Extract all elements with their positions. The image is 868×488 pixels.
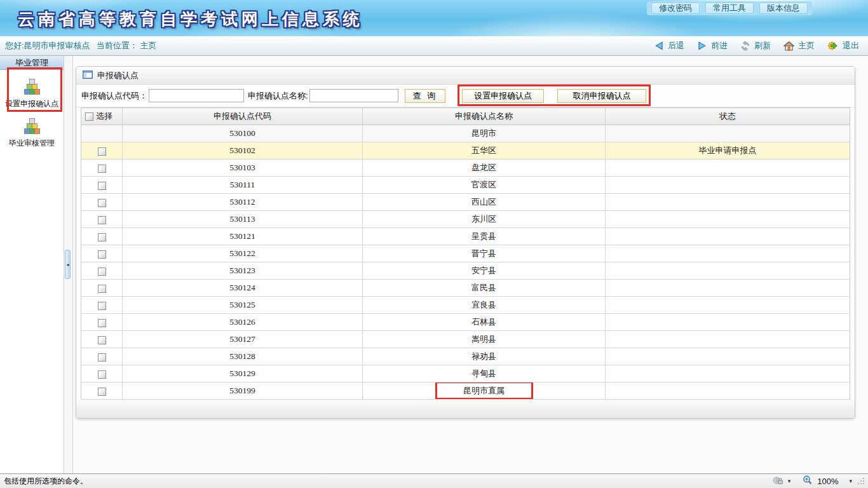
sidebar-item-label: 毕业审核管理 [9,138,55,149]
row-checkbox[interactable] [98,268,106,276]
row-checkbox[interactable] [98,199,106,207]
cell-code: 530124 [123,280,363,297]
cell-status [606,211,850,228]
table-row: 530126石林县 [81,314,850,331]
table-row: 530102五华区毕业申请申报点 [81,142,850,159]
row-checkbox[interactable] [98,233,106,241]
version-info-button[interactable]: 版本信息 [759,3,808,14]
cell-name: 禄劝县 [363,348,606,365]
cell-status [606,365,850,383]
zoom-level[interactable]: 100% [817,477,838,486]
status-bar-controls: ▾ 100% ▾ [773,475,865,487]
table-row: 530112西山区 [81,194,850,211]
action-button-group: 设置申报确认点 取消申报确认点 [462,89,646,103]
change-password-button[interactable]: 修改密码 [651,3,700,14]
cell-select [81,125,123,142]
cell-select [81,348,123,365]
zoom-magnifier-icon[interactable] [803,475,813,487]
navbar-status: 您好:昆明市申报审核点 当前位置： 主页 [5,40,156,51]
greeting-text: 您好:昆明市申报审核点 [5,40,90,51]
code-input[interactable] [149,89,244,102]
code-label: 申报确认点代码： [81,90,147,102]
table-row: 530128禄劝县 [81,348,850,365]
row-checkbox[interactable] [98,319,106,327]
row-checkbox[interactable] [98,165,106,173]
exit-label: 退出 [843,40,859,51]
refresh-icon [740,41,750,51]
home-button[interactable]: 主页 [783,40,815,51]
header-code: 申报确认点代码 [123,108,363,125]
cell-code: 530102 [123,142,363,159]
query-button[interactable]: 查 询 [405,89,446,103]
row-checkbox[interactable] [98,302,106,310]
sidebar-item-graduation-review[interactable]: 毕业审核管理 [0,109,64,149]
table-row: 530129寻甸县 [81,365,850,383]
banner-button-strip: 修改密码 常用工具 版本信息 [647,1,812,15]
cell-name: 东川区 [363,211,606,228]
name-input[interactable] [309,89,398,102]
cell-status [606,125,850,142]
cell-name: 寻甸县 [363,365,606,383]
cell-code: 530127 [123,331,363,348]
cell-name: 安宁县 [363,262,606,280]
confirmation-point-panel: 申报确认点 申报确认点代码： 申报确认点名称: 查 询 设置申报确认点 取消申报… [76,66,855,419]
cell-code: 530100 [123,125,363,142]
cell-select [81,245,123,262]
cell-status [606,331,850,348]
cell-name: 官渡区 [363,177,606,194]
cell-select [81,383,123,400]
cell-status [606,194,850,211]
table-row: 530123安宁县 [81,262,850,280]
cell-status [606,177,850,194]
cell-select [81,297,123,314]
row-checkbox[interactable] [98,353,106,362]
row-checkbox[interactable] [98,336,106,344]
cell-code: 530123 [123,262,363,280]
security-dropdown-icon[interactable]: ▾ [788,478,791,484]
cell-code: 530125 [123,297,363,314]
security-zone-icon[interactable] [773,476,783,487]
cell-code: 530121 [123,228,363,245]
cell-select [81,314,123,331]
navbar: 您好:昆明市申报审核点 当前位置： 主页 后退 前进 刷新 主页 退出 [0,36,868,56]
status-bar: 包括使用所选项的命令。 ▾ 100% ▾ [0,473,868,488]
home-label: 主页 [798,40,815,51]
set-confirmation-point-button[interactable]: 设置申报确认点 [462,89,544,103]
cell-name: 石林县 [363,314,606,331]
cell-code: 530113 [123,211,363,228]
navbar-buttons: 后退 前进 刷新 主页 退出 [654,40,859,51]
common-tools-button[interactable]: 常用工具 [705,3,754,14]
row-checkbox[interactable] [98,250,106,259]
row-checkbox[interactable] [98,370,106,379]
sidebar-item-set-confirmation-point[interactable]: 设置申报确认点 [0,70,64,109]
confirmation-point-table: 选择 申报确认点代码 申报确认点名称 状态 530100昆明市530102五华区… [81,107,850,400]
row-checkbox[interactable] [98,147,106,156]
resize-grip[interactable] [863,483,864,484]
forward-button[interactable]: 前进 [697,40,728,51]
row-checkbox[interactable] [98,388,106,396]
table-row: 530127嵩明县 [81,331,850,348]
table-row: 530103盘龙区 [81,159,850,177]
forward-label: 前进 [711,40,728,51]
row-checkbox[interactable] [98,182,106,190]
refresh-button[interactable]: 刷新 [740,40,771,51]
table-row: 530125宜良县 [81,297,850,314]
cell-status [606,383,850,400]
zoom-dropdown-icon[interactable]: ▾ [849,478,852,484]
table-row: 530121呈贡县 [81,228,850,245]
cancel-confirmation-point-button[interactable]: 取消申报确认点 [557,89,646,103]
blocks-icon [24,118,41,136]
row-checkbox[interactable] [98,216,106,224]
name-label: 申报确认点名称: [248,90,308,102]
body-region: 毕业管理 设置申报确认点 毕业审核管理 ◄ 申报确认点 申报确认点代码： [0,56,868,473]
cell-select [81,262,123,280]
row-checkbox[interactable] [98,285,106,293]
header-select-checkbox[interactable] [85,112,93,121]
back-button[interactable]: 后退 [654,40,684,51]
splitter-collapse-handle[interactable]: ◄ [65,250,71,279]
header-name: 申报确认点名称 [363,108,606,125]
search-toolbar: 申报确认点代码： 申报确认点名称: 查 询 设置申报确认点 取消申报确认点 [76,85,855,107]
table-header-row: 选择 申报确认点代码 申报确认点名称 状态 [81,108,850,125]
cell-status [606,314,850,331]
exit-button[interactable]: 退出 [827,40,859,51]
